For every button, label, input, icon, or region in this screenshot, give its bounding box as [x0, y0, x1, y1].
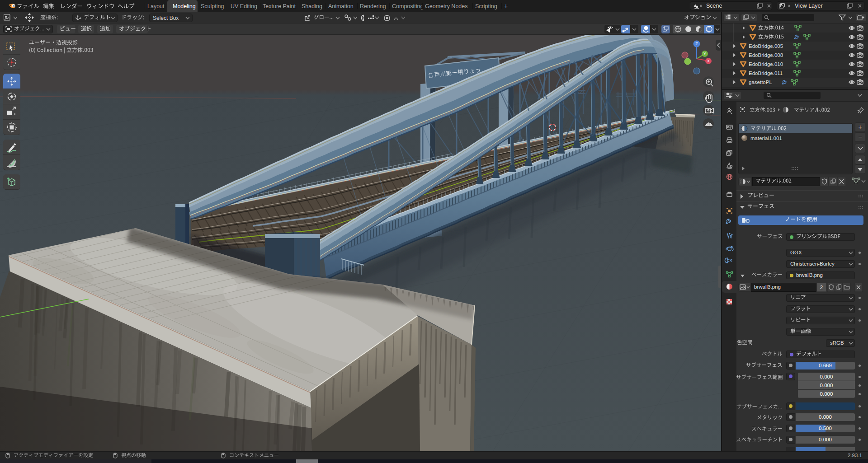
svg-text:X: X [707, 59, 710, 63]
svg-text:Z: Z [695, 42, 698, 46]
svg-text:Y: Y [703, 51, 706, 56]
